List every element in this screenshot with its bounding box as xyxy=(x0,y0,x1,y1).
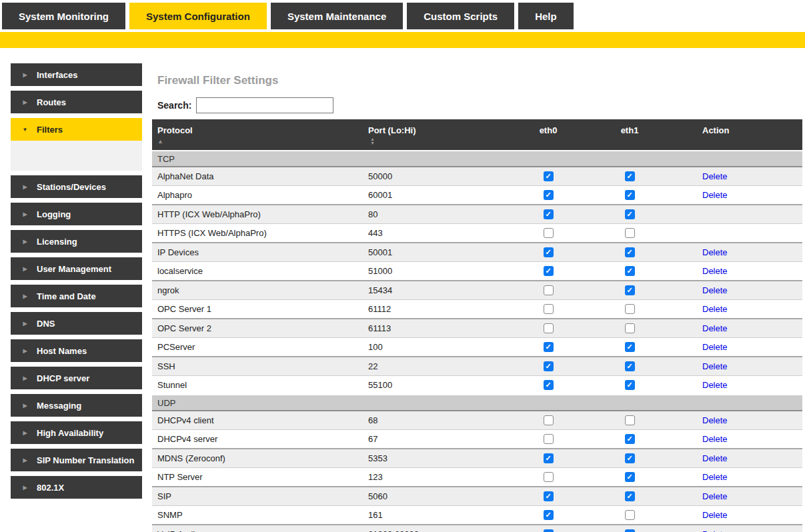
sidebar-item-routes[interactable]: ▶Routes xyxy=(11,91,142,113)
delete-link[interactable]: Delete xyxy=(702,380,728,390)
eth0-checkbox[interactable] xyxy=(544,304,554,314)
eth1-checkbox[interactable] xyxy=(625,190,635,200)
eth0-checkbox[interactable] xyxy=(544,453,554,463)
eth0-checkbox[interactable] xyxy=(544,171,554,181)
delete-link[interactable]: Delete xyxy=(702,434,728,444)
eth0-checkbox[interactable] xyxy=(544,415,554,425)
eth0-checkbox[interactable] xyxy=(544,472,554,482)
eth1-checkbox[interactable] xyxy=(625,529,635,532)
table-row-ssh: SSH22Delete xyxy=(152,356,802,375)
delete-link[interactable]: Delete xyxy=(702,361,728,371)
eth1-checkbox[interactable] xyxy=(625,472,635,482)
action-cell: Delete xyxy=(670,323,802,333)
tab-system-monitoring[interactable]: System Monitoring xyxy=(2,3,125,29)
eth1-checkbox[interactable] xyxy=(625,361,635,371)
sidebar-item-dhcp-server[interactable]: ▶DHCP server xyxy=(11,367,142,389)
sidebar-item-time-and-date[interactable]: ▶Time and Date xyxy=(11,285,142,307)
eth1-checkbox[interactable] xyxy=(625,415,635,425)
eth0-checkbox[interactable] xyxy=(544,434,554,444)
delete-link[interactable]: Delete xyxy=(702,323,728,333)
sidebar-item-sip-number-translation[interactable]: ▶SIP Number Translation xyxy=(11,449,142,471)
sidebar-item-user-management[interactable]: ▶User Management xyxy=(11,257,142,280)
sidebar-item-messaging[interactable]: ▶Messaging xyxy=(11,394,142,417)
tab-custom-scripts[interactable]: Custom Scripts xyxy=(407,3,514,29)
eth1-checkbox[interactable] xyxy=(625,304,635,314)
sort-both-icon: ▲▼ xyxy=(370,137,507,145)
eth0-checkbox[interactable] xyxy=(544,228,554,238)
eth1-checkbox[interactable] xyxy=(625,171,635,181)
delete-link[interactable]: Delete xyxy=(702,472,728,482)
eth1-checkbox[interactable] xyxy=(625,247,635,257)
port-cell: 5060 xyxy=(368,491,507,501)
table-row-mdns-zeroconf: MDNS (Zeroconf)5353Delete xyxy=(152,448,802,467)
chevron-right-icon: ▶ xyxy=(22,184,28,190)
sidebar-item-filters[interactable]: ▼Filters xyxy=(11,118,142,141)
delete-link[interactable]: Delete xyxy=(702,491,728,501)
eth1-cell xyxy=(590,434,670,444)
eth0-checkbox[interactable] xyxy=(544,190,554,200)
port-cell: 61113 xyxy=(368,323,507,333)
action-cell: Delete xyxy=(670,304,802,314)
eth0-checkbox[interactable] xyxy=(544,361,554,371)
eth0-checkbox[interactable] xyxy=(544,209,554,219)
eth0-checkbox[interactable] xyxy=(544,529,554,532)
eth0-checkbox[interactable] xyxy=(544,323,554,333)
protocol-cell: Alphapro xyxy=(152,190,368,200)
delete-link[interactable]: Delete xyxy=(702,266,728,276)
sidebar-item-label: 802.1X xyxy=(37,483,64,493)
eth1-checkbox[interactable] xyxy=(625,453,635,463)
tab-system-maintenance[interactable]: System Maintenance xyxy=(271,3,403,29)
eth1-checkbox[interactable] xyxy=(625,491,635,501)
port-cell: 60001 xyxy=(368,190,507,200)
eth1-checkbox[interactable] xyxy=(625,323,635,333)
delete-link[interactable]: Delete xyxy=(702,529,728,532)
search-row: Search: xyxy=(157,97,802,113)
sidebar-item-licensing[interactable]: ▶Licensing xyxy=(11,230,142,253)
eth1-checkbox[interactable] xyxy=(625,285,635,295)
eth1-cell xyxy=(590,171,670,181)
sidebar-item-802-1x[interactable]: ▶802.1X xyxy=(11,476,142,499)
main-content: Firewall Filter Settings Search: Protoco… xyxy=(152,63,802,532)
eth0-checkbox[interactable] xyxy=(544,247,554,257)
table-row-ip-devices: IP Devices50001Delete xyxy=(152,242,802,261)
delete-link[interactable]: Delete xyxy=(702,247,728,257)
eth1-checkbox[interactable] xyxy=(625,510,635,520)
eth1-checkbox[interactable] xyxy=(625,209,635,219)
eth0-cell xyxy=(507,361,590,371)
eth1-checkbox[interactable] xyxy=(625,380,635,390)
eth0-checkbox[interactable] xyxy=(544,380,554,390)
delete-link[interactable]: Delete xyxy=(702,510,728,520)
delete-link[interactable]: Delete xyxy=(702,285,728,295)
tab-system-configuration[interactable]: System Configuration xyxy=(129,3,267,29)
sidebar-item-host-names[interactable]: ▶Host Names xyxy=(11,339,142,362)
eth1-checkbox[interactable] xyxy=(625,266,635,276)
port-cell: 5353 xyxy=(368,453,507,463)
delete-link[interactable]: Delete xyxy=(702,342,728,352)
sidebar-item-stations-devices[interactable]: ▶Stations/Devices xyxy=(11,175,142,198)
eth1-cell xyxy=(590,266,670,276)
delete-link[interactable]: Delete xyxy=(702,304,728,314)
protocol-cell: IP Devices xyxy=(152,247,368,257)
column-header-port[interactable]: Port (Lo:Hi) ▲▼ xyxy=(368,119,507,150)
sidebar-item-interfaces[interactable]: ▶Interfaces xyxy=(11,63,142,86)
eth0-checkbox[interactable] xyxy=(544,510,554,520)
delete-link[interactable]: Delete xyxy=(702,190,728,200)
eth1-checkbox[interactable] xyxy=(625,434,635,444)
sidebar-item-high-availability[interactable]: ▶High Availability xyxy=(11,421,142,444)
tab-help[interactable]: Help xyxy=(518,3,574,29)
search-input[interactable] xyxy=(196,97,333,113)
eth0-checkbox[interactable] xyxy=(544,491,554,501)
sidebar-item-dns[interactable]: ▶DNS xyxy=(11,312,142,335)
delete-link[interactable]: Delete xyxy=(702,171,728,181)
eth0-checkbox[interactable] xyxy=(544,342,554,352)
sidebar-item-label: High Availability xyxy=(37,428,103,438)
eth0-checkbox[interactable] xyxy=(544,285,554,295)
eth1-checkbox[interactable] xyxy=(625,228,635,238)
eth0-checkbox[interactable] xyxy=(544,266,554,276)
column-header-protocol[interactable]: Protocol ▲ xyxy=(152,119,368,150)
delete-link[interactable]: Delete xyxy=(702,453,728,463)
sidebar-item-logging[interactable]: ▶Logging xyxy=(11,203,142,225)
sidebar-item-label: Logging xyxy=(37,209,71,219)
eth1-checkbox[interactable] xyxy=(625,342,635,352)
delete-link[interactable]: Delete xyxy=(702,415,728,425)
